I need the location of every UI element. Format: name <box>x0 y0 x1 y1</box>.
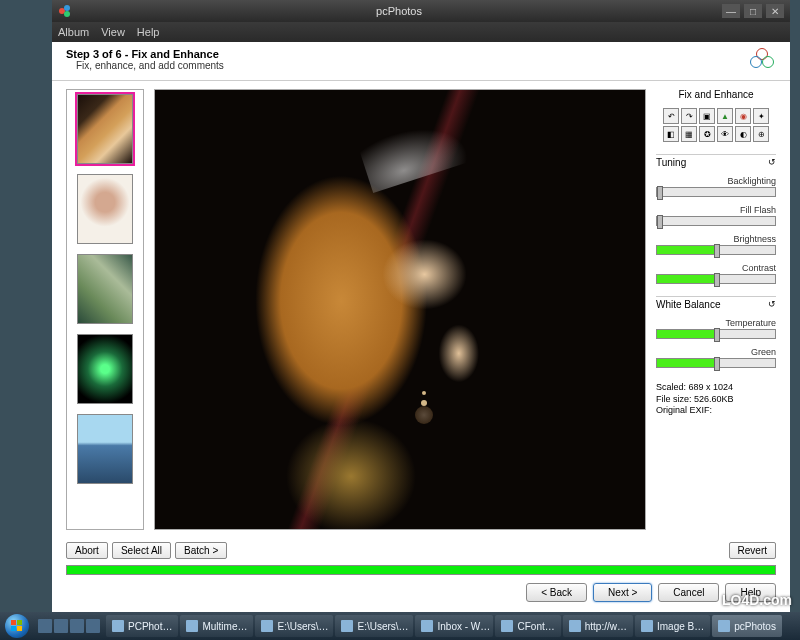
contrast-label: Contrast <box>656 263 776 273</box>
menubar: Album View Help <box>52 22 790 42</box>
thumbnail-2[interactable] <box>77 174 133 244</box>
progress-fill <box>67 566 775 574</box>
thumbnail-1[interactable] <box>77 94 133 164</box>
abort-button[interactable]: Abort <box>66 542 108 559</box>
back-button[interactable]: < Back <box>526 583 587 602</box>
brightness-label: Brightness <box>656 234 776 244</box>
whitebalance-section: White Balance ↺ <box>656 296 776 310</box>
reset-wb-icon[interactable]: ↺ <box>768 299 776 310</box>
svg-rect-5 <box>11 626 16 631</box>
task-imageb[interactable]: Image B… <box>635 615 710 637</box>
temperature-label: Temperature <box>656 318 776 328</box>
revert-button[interactable]: Revert <box>729 542 776 559</box>
app-icon <box>58 4 72 18</box>
green-slider[interactable] <box>656 358 776 368</box>
svg-rect-3 <box>11 620 16 625</box>
menu-album[interactable]: Album <box>58 26 89 38</box>
wizard-header: Step 3 of 6 - Fix and Enhance Fix, enhan… <box>52 42 790 81</box>
info-exif: Original EXIF: <box>656 405 776 417</box>
backlighting-slider[interactable] <box>656 187 776 197</box>
task-pcphotos-active[interactable]: pcPhotos <box>712 615 782 637</box>
ql-icon-4[interactable] <box>86 619 100 633</box>
thumbnail-5[interactable] <box>77 414 133 484</box>
task-pcphotos[interactable]: PCPhot… <box>106 615 178 637</box>
brightness-slider[interactable] <box>656 245 776 255</box>
main-image-preview <box>154 89 646 530</box>
watermark: LO4D.com <box>722 592 792 608</box>
tool-text-icon[interactable]: 👁 <box>717 126 733 142</box>
svg-rect-6 <box>17 626 22 631</box>
window-title: pcPhotos <box>76 5 722 17</box>
task-folder-2[interactable]: E:\Users\… <box>335 615 413 637</box>
ql-icon-2[interactable] <box>54 619 68 633</box>
close-button[interactable]: ✕ <box>766 4 784 18</box>
cancel-button[interactable]: Cancel <box>658 583 719 602</box>
task-browser[interactable]: http://w… <box>563 615 633 637</box>
app-window: pcPhotos — □ ✕ Album View Help Step 3 of… <box>52 0 790 612</box>
tool-crop-icon[interactable]: ▣ <box>699 108 715 124</box>
quick-launch <box>34 619 104 633</box>
fix-enhance-panel: Fix and Enhance ↶ ↷ ▣ ▲ ◉ ✦ ◧ ▦ ✪ 👁 ◐ ⊕ … <box>656 89 776 530</box>
step-title: Step 3 of 6 - Fix and Enhance <box>66 48 750 60</box>
info-filesize: File size: 526.60KB <box>656 394 776 406</box>
temperature-slider[interactable] <box>656 329 776 339</box>
thumbnail-4[interactable] <box>77 334 133 404</box>
ql-icon-3[interactable] <box>70 619 84 633</box>
svg-point-0 <box>59 8 65 14</box>
tool-sepia-icon[interactable]: ▦ <box>681 126 697 142</box>
whitebalance-label: White Balance <box>656 299 720 310</box>
menu-help[interactable]: Help <box>137 26 160 38</box>
step-subtitle: Fix, enhance, and add comments <box>76 60 750 71</box>
tool-bw-icon[interactable]: ◧ <box>663 126 679 142</box>
tool-auto-fix-icon[interactable]: ▲ <box>717 108 733 124</box>
next-button[interactable]: Next > <box>593 583 652 602</box>
task-inbox[interactable]: Inbox - W… <box>415 615 493 637</box>
tool-sharpen-icon[interactable]: ✦ <box>753 108 769 124</box>
green-label: Green <box>656 347 776 357</box>
maximize-button[interactable]: □ <box>744 4 762 18</box>
task-folder-1[interactable]: E:\Users\… <box>255 615 333 637</box>
titlebar: pcPhotos — □ ✕ <box>52 0 790 22</box>
tool-grid: ↶ ↷ ▣ ▲ ◉ ✦ ◧ ▦ ✪ 👁 ◐ ⊕ <box>656 108 776 142</box>
task-multimedia[interactable]: Multime… <box>180 615 253 637</box>
contrast-slider[interactable] <box>656 274 776 284</box>
select-all-button[interactable]: Select All <box>112 542 171 559</box>
tool-rotate-right-icon[interactable]: ↷ <box>681 108 697 124</box>
action-row: Abort Select All Batch > Revert <box>52 538 790 563</box>
taskbar: PCPhot… Multime… E:\Users\… E:\Users\… I… <box>0 612 800 640</box>
minimize-button[interactable]: — <box>722 4 740 18</box>
start-button[interactable] <box>2 612 32 640</box>
task-cfont[interactable]: CFont… <box>495 615 560 637</box>
svg-point-1 <box>64 5 70 11</box>
tool-redeye-icon[interactable]: ◉ <box>735 108 751 124</box>
image-info: Scaled: 689 x 1024 File size: 526.60KB O… <box>656 382 776 417</box>
content-area: Fix and Enhance ↶ ↷ ▣ ▲ ◉ ✦ ◧ ▦ ✪ 👁 ◐ ⊕ … <box>52 81 790 538</box>
tuning-label: Tuning <box>656 157 686 168</box>
thumbnail-strip <box>66 89 144 530</box>
tool-effects-icon[interactable]: ✪ <box>699 126 715 142</box>
tuning-section: Tuning ↺ <box>656 154 776 168</box>
tool-more-1-icon[interactable]: ◐ <box>735 126 751 142</box>
svg-point-2 <box>64 11 70 17</box>
menu-view[interactable]: View <box>101 26 125 38</box>
info-scaled: Scaled: 689 x 1024 <box>656 382 776 394</box>
fillflash-label: Fill Flash <box>656 205 776 215</box>
svg-rect-4 <box>17 620 22 625</box>
reset-tuning-icon[interactable]: ↺ <box>768 157 776 168</box>
logo-icon <box>750 48 776 74</box>
tool-rotate-left-icon[interactable]: ↶ <box>663 108 679 124</box>
tool-more-2-icon[interactable]: ⊕ <box>753 126 769 142</box>
thumbnail-3[interactable] <box>77 254 133 324</box>
ql-icon-1[interactable] <box>38 619 52 633</box>
painting-render <box>155 90 645 529</box>
fillflash-slider[interactable] <box>656 216 776 226</box>
progress-bar <box>66 565 776 575</box>
backlighting-label: Backlighting <box>656 176 776 186</box>
wizard-nav: < Back Next > Cancel Help <box>52 577 790 612</box>
batch-button[interactable]: Batch > <box>175 542 227 559</box>
panel-title: Fix and Enhance <box>656 89 776 100</box>
